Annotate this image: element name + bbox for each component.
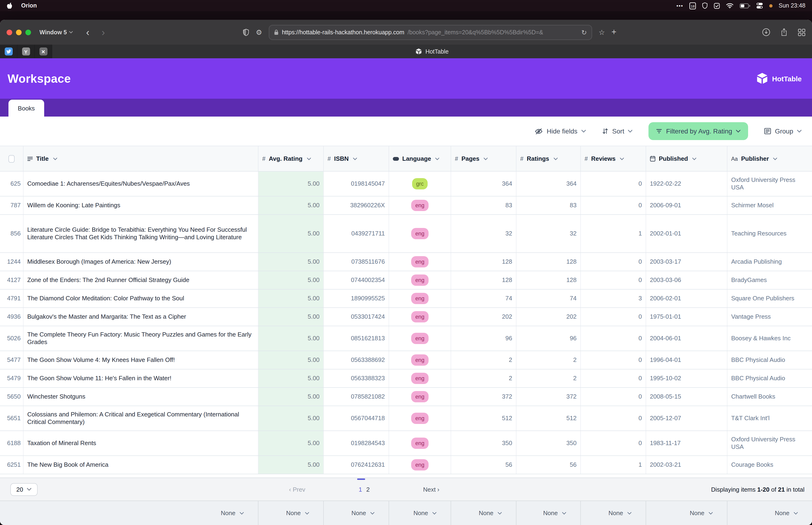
twitter-icon <box>4 47 13 56</box>
table-row[interactable]: 4127Zone of the Enders: The 2nd Runner O… <box>0 271 812 289</box>
aggregate-select[interactable]: None <box>221 510 244 516</box>
forward-button[interactable]: › <box>102 27 105 37</box>
cell-isbn: 0563388692 <box>324 351 389 369</box>
cell-avg-rating: 5.00 <box>258 253 324 271</box>
back-button[interactable]: ‹ <box>86 27 89 37</box>
cell-avg-rating: 5.00 <box>258 431 324 455</box>
aggregate-select[interactable]: None <box>775 510 798 516</box>
hide-fields-button[interactable]: Hide fields <box>535 127 586 135</box>
page-size-select[interactable]: 20 <box>10 483 37 496</box>
column-header-title[interactable]: Title <box>24 146 258 171</box>
extensions-gear-icon[interactable]: ⚙ <box>256 28 262 36</box>
tab-books[interactable]: Books <box>9 100 44 117</box>
more-status-icon[interactable]: ••• <box>676 3 683 9</box>
prev-page-button[interactable]: ‹ Prev <box>289 486 305 493</box>
column-header-isbn[interactable]: #ISBN <box>324 146 389 171</box>
table-row[interactable]: 1244Middlesex Borough (Images of America… <box>0 253 812 271</box>
cell-ratings: 364 <box>517 171 581 196</box>
cell-isbn: 0198284543 <box>324 431 389 455</box>
workspace-header: Workspace HotTable <box>0 58 812 99</box>
pinned-tab-x[interactable]: ✕ <box>35 45 52 58</box>
table-row[interactable]: 5651Colossians and Philemon: A Critical … <box>0 406 812 431</box>
aggregate-select[interactable]: None <box>479 510 502 516</box>
table-row[interactable]: 6188Taxation of Mineral Rents5.000198284… <box>0 431 812 456</box>
language-pill: eng <box>411 459 429 470</box>
brand-name: HotTable <box>772 75 802 82</box>
address-bar[interactable]: https://hottable-rails-hackathon.herokua… <box>269 25 592 40</box>
table-row[interactable]: 4936Bulgakov's the Master and Margarita:… <box>0 308 812 326</box>
share-icon[interactable] <box>781 28 787 36</box>
column-header-published[interactable]: Published <box>646 146 727 171</box>
column-header-language[interactable]: Language <box>389 146 451 171</box>
battery-status-icon[interactable] <box>740 3 750 8</box>
zoom-window-button[interactable] <box>25 29 31 35</box>
cell-ratings: 83 <box>517 196 581 214</box>
cell-pages: 2 <box>451 351 517 369</box>
cell-isbn: 0738511676 <box>324 253 389 271</box>
pinned-tab-y[interactable]: Y <box>17 45 35 58</box>
column-header-publisher[interactable]: AaPublisher <box>727 146 812 171</box>
table-row[interactable]: 856Literature Circle Guide: Bridge to Te… <box>0 215 812 253</box>
downloads-icon[interactable] <box>762 28 770 36</box>
table-row[interactable]: 4791The Diamond Color Meditation: Color … <box>0 289 812 308</box>
cell-pages: 74 <box>451 289 517 308</box>
column-header-select[interactable] <box>0 146 24 171</box>
page-number-1[interactable]: 1 <box>359 486 362 493</box>
cell-publisher: Courage Books <box>727 456 812 474</box>
calendar-status-icon[interactable]: 18 <box>689 2 696 9</box>
aggregate-select[interactable]: None <box>352 510 374 516</box>
cell-avg-rating: 5.00 <box>258 215 324 252</box>
table-row[interactable]: 5650Winchester Shotguns5.000785821082eng… <box>0 388 812 406</box>
cell-publisher: Chartwell Books <box>727 388 812 406</box>
next-page-button[interactable]: Next › <box>423 486 439 493</box>
wifi-status-icon[interactable] <box>726 3 734 9</box>
cell-avg-rating: 5.00 <box>258 406 324 431</box>
aggregate-select[interactable]: None <box>609 510 631 516</box>
table-row[interactable]: 6251The New Big Book of America5.0007624… <box>0 456 812 474</box>
active-page-indicator <box>357 478 365 480</box>
aggregate-select[interactable]: None <box>543 510 566 516</box>
column-header-ratings[interactable]: #Ratings <box>517 146 581 171</box>
menu-app-name[interactable]: Orion <box>21 2 37 9</box>
cell-reviews: 0 <box>581 326 646 351</box>
aggregate-select[interactable]: None <box>690 510 713 516</box>
tab-overview-icon[interactable] <box>798 28 806 36</box>
select-all-checkbox[interactable] <box>9 155 15 162</box>
apple-menu-icon[interactable] <box>6 2 13 9</box>
cell-language: eng <box>389 370 451 387</box>
cell-pages: 83 <box>451 196 517 214</box>
column-header-reviews[interactable]: #Reviews <box>581 146 646 171</box>
privacy-shield-icon[interactable] <box>243 28 249 36</box>
active-tab[interactable]: HotTable <box>52 45 812 58</box>
page-number-2[interactable]: 2 <box>366 486 370 493</box>
checkbox-status-icon[interactable] <box>714 3 720 9</box>
shield-status-icon[interactable] <box>702 2 708 9</box>
table-row[interactable]: 787Willem de Kooning: Late Paintings5.00… <box>0 196 812 215</box>
aggregate-select[interactable]: None <box>286 510 309 516</box>
new-tab-icon[interactable]: + <box>612 27 616 37</box>
table-row[interactable]: 5026The Complete Theory Fun Factory: Mus… <box>0 326 812 351</box>
cell-isbn: 0785821082 <box>324 388 389 406</box>
cell-language: eng <box>389 215 451 252</box>
aggregate-select[interactable]: None <box>414 510 436 516</box>
menubar-clock[interactable]: Sun 23:48 <box>779 2 806 9</box>
minimize-window-button[interactable] <box>16 29 21 35</box>
pinned-tab-twitter[interactable] <box>0 45 17 58</box>
brand-logo: HotTable <box>756 73 802 84</box>
close-window-button[interactable] <box>6 29 12 35</box>
control-center-icon[interactable] <box>756 3 763 9</box>
table-row[interactable]: 5479The Goon Show Volume 11: He's Fallen… <box>0 370 812 388</box>
cell-avg-rating: 5.00 <box>258 289 324 308</box>
cell-avg-rating: 5.00 <box>258 271 324 289</box>
window-switcher[interactable]: Window 5 <box>40 29 73 35</box>
reload-icon[interactable]: ↻ <box>581 28 587 36</box>
table-row[interactable]: 5477The Goon Show Volume 4: My Knees Hav… <box>0 351 812 370</box>
table-row[interactable]: 625Comoediae 1: Acharenses/Equites/Nubes… <box>0 171 812 196</box>
cell-publisher: Arcadia Publishing <box>727 253 812 271</box>
filter-button[interactable]: Filtered by Avg. Rating <box>649 122 748 140</box>
sort-button[interactable]: Sort <box>602 127 633 135</box>
bookmark-star-icon[interactable]: ☆ <box>599 28 605 36</box>
column-header-avg_rating[interactable]: #Avg. Rating <box>258 146 324 171</box>
column-header-pages[interactable]: #Pages <box>451 146 517 171</box>
group-button[interactable]: Group <box>764 127 802 135</box>
